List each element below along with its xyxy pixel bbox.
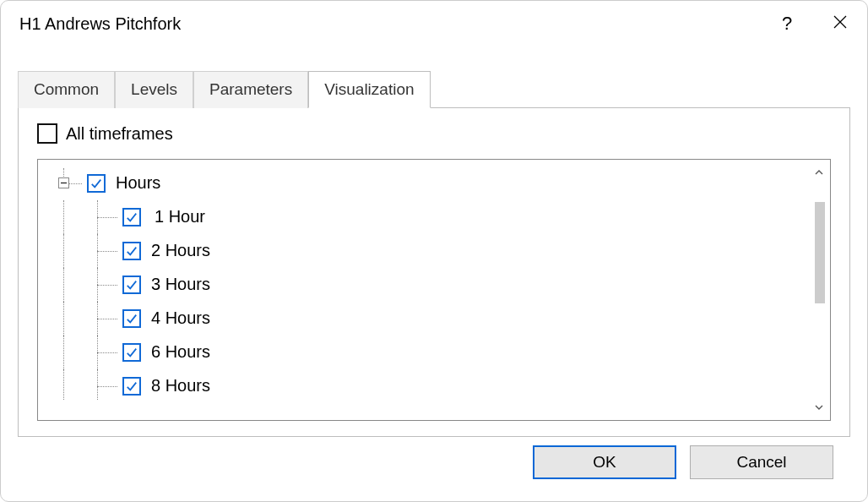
scroll-thumb[interactable] [815,202,825,303]
timeframes-tree: Hours 1 Hour [38,168,805,420]
scroll-down-icon[interactable] [811,400,827,415]
tree-checkbox[interactable] [122,309,141,328]
tree-item[interactable]: 1 Hour [38,200,805,234]
tab-parameters[interactable]: Parameters [193,71,308,108]
tab-levels[interactable]: Levels [115,71,193,108]
tabstrip: Common Levels Parameters Visualization [18,70,850,107]
tree-item-label: 2 Hours [151,241,210,260]
timeframes-tree-panel: Hours 1 Hour [37,159,831,421]
tree-item[interactable]: 6 Hours [38,336,805,369]
dialog-body: Common Levels Parameters Visualization A… [1,46,867,501]
help-icon: ? [782,13,792,35]
tree-checkbox[interactable] [122,242,141,260]
all-timeframes-row[interactable]: All timeframes [37,123,831,144]
tree-item[interactable]: 3 Hours [38,268,805,302]
all-timeframes-checkbox[interactable] [37,123,57,144]
help-button[interactable]: ? [766,1,808,46]
ok-button[interactable]: OK [533,445,676,479]
tree-item-label: 8 Hours [151,376,210,396]
tree-scrollbar[interactable] [811,165,827,415]
tree-item-label: 3 Hours [151,275,210,294]
tree-checkbox[interactable] [122,276,141,294]
tab-common[interactable]: Common [18,71,115,108]
tab-visualization[interactable]: Visualization [308,71,430,108]
all-timeframes-label: All timeframes [66,124,173,144]
scroll-track[interactable] [813,182,825,398]
titlebar: H1 Andrews Pitchfork ? [1,1,867,46]
tree-item[interactable]: 8 Hours [38,369,805,400]
close-button[interactable] [816,1,864,46]
tree-label-hours: Hours [116,173,160,193]
window-title: H1 Andrews Pitchfork [19,14,766,34]
tree-item[interactable]: 2 Hours [38,234,805,268]
tree-expander-hours[interactable] [58,177,69,188]
tree-checkbox-hours[interactable] [87,174,106,193]
tree-checkbox[interactable] [122,377,141,396]
close-icon [833,15,847,33]
dialog-window: H1 Andrews Pitchfork ? Common Levels Par… [0,0,868,502]
cancel-button[interactable]: Cancel [690,445,833,479]
tab-content-visualization: All timeframes Hours [18,107,850,437]
tree-item[interactable]: 4 Hours [38,302,805,336]
tree-checkbox[interactable] [122,343,141,362]
tree-checkbox[interactable] [122,208,141,226]
tree-item-label: 1 Hour [155,207,205,226]
dialog-footer: OK Cancel [18,437,850,488]
scroll-up-icon[interactable] [811,165,827,180]
tree-parent-hours[interactable]: Hours [38,168,805,200]
tree-item-label: 6 Hours [151,342,210,362]
tree-item-label: 4 Hours [151,308,210,328]
